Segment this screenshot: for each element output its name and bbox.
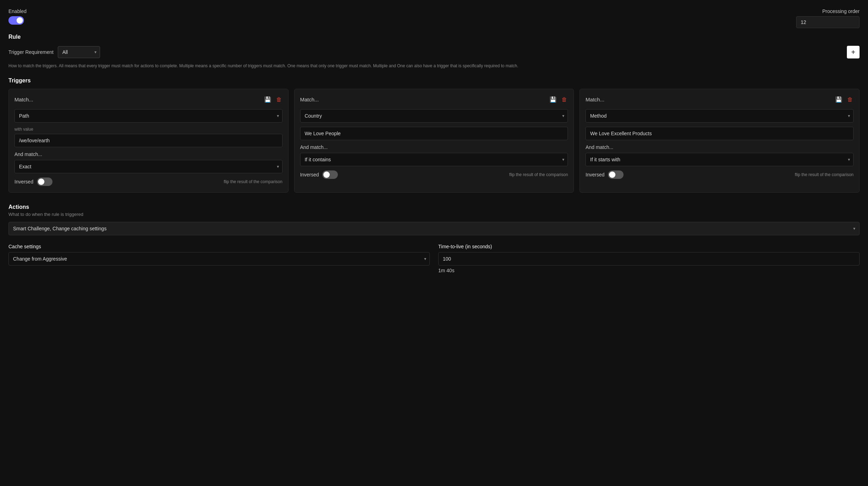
cache-settings-select[interactable]: Change from Aggressive Bypass No Store S… (8, 252, 430, 266)
ttl-human-value: 1m 40s (438, 268, 860, 273)
trigger-card-2-match-field: Path Country Method Header IP ▾ (300, 109, 568, 123)
trigger-card-3-match-select-wrap: Path Country Method Header IP ▾ (585, 109, 854, 123)
enabled-section: Enabled (8, 8, 26, 26)
trigger-card-2-header: Match... 💾 🗑 (300, 95, 568, 104)
trigger-card-2-save-btn[interactable]: 💾 (549, 95, 557, 104)
save-icon-2: 💾 (550, 96, 557, 103)
trigger-card-1-and-match-label: And match... (14, 151, 283, 157)
trigger-card-3-header: Match... 💾 🗑 (585, 95, 854, 104)
trigger-card-1-value-label: with value (14, 127, 283, 132)
trigger-card-1-and-match-select[interactable]: Exact If it contains If it starts with I… (14, 160, 283, 173)
actions-select[interactable]: Smart Challenge, Change caching settings… (8, 222, 860, 235)
trigger-card-3-match-field: Path Country Method Header IP ▾ (585, 109, 854, 123)
rule-title: Rule (8, 34, 860, 40)
trigger-card-1-value-field: with value (14, 127, 283, 147)
trigger-card-2-delete-btn[interactable]: 🗑 (561, 96, 568, 104)
trigger-card-1-match-field: Path Country Method Header IP ▾ (14, 109, 283, 123)
trigger-card-2-match-select[interactable]: Path Country Method Header IP (300, 109, 568, 123)
top-row: Enabled Processing order (8, 8, 860, 28)
trigger-card-3-actions: 💾 🗑 (835, 95, 854, 104)
trigger-card-2-actions: 💾 🗑 (549, 95, 568, 104)
trigger-card-2-toggle-knob (323, 172, 330, 178)
processing-section: Processing order (796, 8, 860, 28)
cache-settings-select-wrap: Change from Aggressive Bypass No Store S… (8, 252, 430, 266)
enabled-label: Enabled (8, 8, 26, 14)
trigger-card-1-toggle-knob (38, 179, 44, 185)
ttl-label: Time-to-live (in seconds) (438, 244, 860, 249)
trigger-card-1-and-match-field: Exact If it contains If it starts with I… (14, 160, 283, 173)
trigger-card-2-flip-text: flip the result of the comparison (509, 172, 568, 178)
trigger-card-2-inversed-toggle[interactable] (322, 170, 338, 179)
trigger-card-1-inversed-label: Inversed (14, 179, 33, 185)
trigger-card-2-value-input[interactable] (300, 127, 568, 140)
trigger-card-3-toggle-knob (609, 172, 615, 178)
actions-select-wrap: Smart Challenge, Change caching settings… (8, 222, 860, 235)
trigger-card-2: Match... 💾 🗑 Path Country Method Header … (294, 89, 574, 193)
cache-settings-label: Cache settings (8, 244, 430, 249)
trigger-card-1-value-input[interactable] (14, 134, 283, 147)
ttl-input[interactable] (438, 252, 860, 266)
trigger-card-1-inversed-toggle[interactable] (37, 177, 52, 186)
trigger-card-1-inversed-row: Inversed flip the result of the comparis… (14, 177, 283, 186)
trigger-card-2-match-select-wrap: Path Country Method Header IP ▾ (300, 109, 568, 123)
trigger-card-3-title: Match... (585, 96, 604, 102)
trigger-card-3: Match... 💾 🗑 Path Country Method Header … (579, 89, 860, 193)
triggers-title: Triggers (8, 77, 860, 84)
trigger-card-1-match-select-wrap: Path Country Method Header IP ▾ (14, 109, 283, 123)
actions-title: Actions (8, 204, 860, 210)
save-icon-1: 💾 (264, 96, 271, 103)
trigger-card-1-header: Match... 💾 🗑 (14, 95, 283, 104)
help-text: How to match the triggers. All means tha… (8, 63, 860, 69)
actions-section: Actions What to do when the rule is trig… (8, 204, 860, 273)
trigger-requirement-select[interactable]: All Multiple One (58, 46, 100, 58)
delete-icon-3: 🗑 (847, 96, 853, 103)
actions-subtitle: What to do when the rule is triggered (8, 212, 860, 217)
trigger-card-2-title: Match... (300, 96, 319, 102)
trigger-card-3-inversed-label: Inversed (585, 172, 604, 177)
save-icon-3: 💾 (835, 96, 842, 103)
trigger-card-2-and-match-select[interactable]: Exact If it contains If it starts with I… (300, 153, 568, 166)
processing-order-label: Processing order (796, 8, 860, 14)
trigger-requirement-row: Trigger Requirement All Multiple One ▾ + (8, 46, 860, 58)
trigger-card-1-toggle-bg[interactable] (37, 177, 52, 186)
trigger-requirement-select-wrap: All Multiple One ▾ (58, 46, 100, 58)
trigger-card-3-and-match-select[interactable]: Exact If it contains If it starts with I… (585, 153, 854, 166)
trigger-card-3-inversed-row: Inversed flip the result of the comparis… (585, 170, 854, 179)
trigger-card-1-flip-text: flip the result of the comparison (224, 179, 283, 185)
trigger-card-2-inversed-row: Inversed flip the result of the comparis… (300, 170, 568, 179)
trigger-card-3-toggle-bg[interactable] (608, 170, 624, 179)
trigger-card-2-and-match-field: Exact If it contains If it starts with I… (300, 153, 568, 166)
delete-icon-2: 🗑 (562, 96, 567, 103)
triggers-grid: Match... 💾 🗑 Path Country Method Header … (8, 89, 860, 193)
delete-icon-1: 🗑 (276, 96, 282, 103)
trigger-card-3-delete-btn[interactable]: 🗑 (847, 96, 854, 104)
processing-order-input[interactable] (796, 16, 860, 28)
trigger-card-2-toggle-bg[interactable] (322, 170, 338, 179)
enabled-toggle[interactable] (8, 16, 24, 25)
add-trigger-button[interactable]: + (847, 46, 860, 58)
trigger-requirement-left: Trigger Requirement All Multiple One ▾ (8, 46, 100, 58)
trigger-card-1-save-btn[interactable]: 💾 (264, 95, 272, 104)
trigger-card-2-and-match-select-wrap: Exact If it contains If it starts with I… (300, 153, 568, 166)
trigger-card-3-inversed-toggle[interactable] (608, 170, 624, 179)
trigger-card-3-save-btn[interactable]: 💾 (835, 95, 843, 104)
trigger-card-3-flip-text: flip the result of the comparison (795, 172, 854, 178)
trigger-card-1-delete-btn[interactable]: 🗑 (275, 96, 283, 104)
trigger-card-3-value-input[interactable] (585, 127, 854, 140)
trigger-card-3-and-match-select-wrap: Exact If it contains If it starts with I… (585, 153, 854, 166)
trigger-card-1-and-match-select-wrap: Exact If it contains If it starts with I… (14, 160, 283, 173)
toggle-knob (17, 17, 23, 24)
cache-ttl-row: Cache settings Change from Aggressive By… (8, 244, 860, 273)
trigger-card-2-inversed-label: Inversed (300, 172, 319, 177)
trigger-card-1: Match... 💾 🗑 Path Country Method Header … (8, 89, 289, 193)
trigger-card-2-value-field (300, 127, 568, 140)
ttl-col: Time-to-live (in seconds) 1m 40s (438, 244, 860, 273)
trigger-card-1-actions: 💾 🗑 (264, 95, 283, 104)
trigger-card-1-title: Match... (14, 96, 33, 102)
trigger-card-1-match-select[interactable]: Path Country Method Header IP (14, 109, 283, 123)
trigger-card-3-value-field (585, 127, 854, 140)
trigger-card-3-and-match-label: And match... (585, 144, 854, 150)
trigger-requirement-label: Trigger Requirement (8, 49, 54, 55)
trigger-card-3-match-select[interactable]: Path Country Method Header IP (585, 109, 854, 123)
toggle-bg[interactable] (8, 16, 24, 25)
